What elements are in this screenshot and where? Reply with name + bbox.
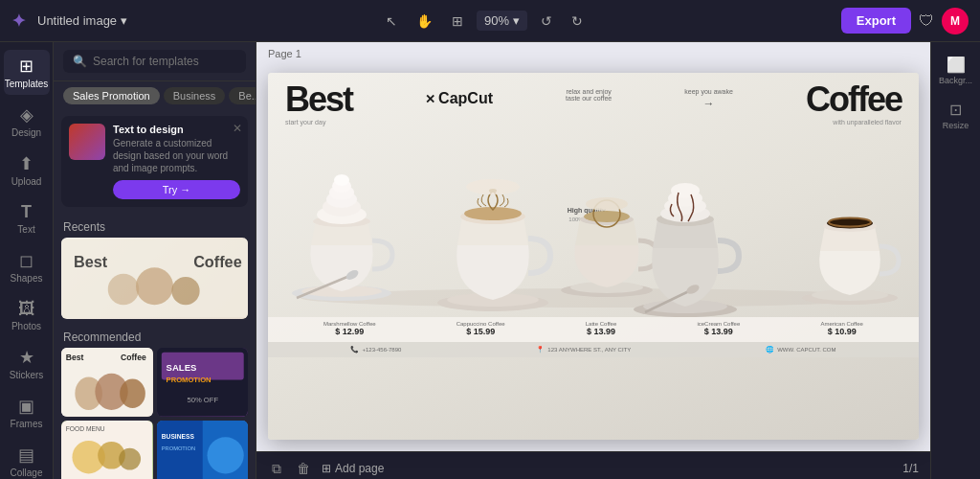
template-item-1[interactable]: Best Coffee <box>61 348 153 417</box>
page-label: Page 1 <box>256 42 313 65</box>
icon-sidebar: ⊞ Templates ◈ Design ⬆ Upload T Text ◻ S… <box>0 42 54 479</box>
sidebar-item-collage[interactable]: ▤ Collage <box>4 439 50 479</box>
filter-tab-business[interactable]: Business <box>164 87 226 104</box>
svg-text:FOOD MENU: FOOD MENU <box>66 425 105 432</box>
recents-row: Best Coffee <box>61 238 248 319</box>
search-input[interactable] <box>93 55 236 68</box>
sidebar-item-shapes[interactable]: ◻ Shapes <box>4 244 50 289</box>
cursor-tool-button[interactable]: ↖ <box>380 10 403 33</box>
text-icon: T <box>21 202 32 222</box>
start-day-text: start your day <box>285 119 352 125</box>
taste-text: taste our coffee <box>566 95 612 102</box>
sidebar-item-photos[interactable]: 🖼 Photos <box>4 293 50 337</box>
redo-button[interactable]: ↻ <box>566 10 589 33</box>
templates-icon: ⊞ <box>19 56 33 77</box>
right-panel: ⬜ Backgr... ⊡ Resize <box>930 42 980 479</box>
best-heading: Best <box>285 82 352 117</box>
main-layout: ⊞ Templates ◈ Design ⬆ Upload T Text ◻ S… <box>0 42 980 479</box>
canvas-frame[interactable]: Best start your day ✕ CapCut relax and e… <box>268 73 919 440</box>
svg-point-4 <box>136 267 173 305</box>
template-item-3[interactable]: FOOD MENU <box>61 421 153 479</box>
capcut-logo-text: CapCut <box>438 90 493 107</box>
recents-label: Recents <box>61 213 248 238</box>
toolbar-left: ✦ Untitled image ▾ <box>11 11 127 32</box>
resize-icon: ⊡ <box>949 101 962 119</box>
templates-scroll: Recents Best Coffee Recommended <box>54 213 256 479</box>
svg-point-3 <box>108 274 140 306</box>
sidebar-item-design[interactable]: ◈ Design <box>4 99 50 144</box>
keep-awake-text: keep you awake <box>684 88 733 95</box>
product-1: Marshmellow Coffee $ 12.99 <box>323 321 376 336</box>
recommended-label: Recommended <box>61 323 248 348</box>
filter-tabs: Sales Promotion Business Be... <box>54 81 256 110</box>
svg-text:50% OFF: 50% OFF <box>187 397 218 405</box>
svg-point-11 <box>120 379 145 409</box>
svg-point-83 <box>466 179 520 194</box>
shield-icon: 🛡 <box>919 12 934 30</box>
canvas-area: Page 1 Best start your day ✕ CapCut <box>256 42 930 479</box>
ai-card: Text to design Generate a customized des… <box>61 116 248 207</box>
product-3: Latte Coffee $ 13.99 <box>586 321 617 336</box>
search-box[interactable]: 🔍 <box>63 50 246 73</box>
footer-website: 🌐 WWW. CAPCUT. COM <box>766 346 835 354</box>
ai-card-text: Text to design Generate a customized des… <box>113 124 240 199</box>
delete-page-button[interactable]: 🗑 <box>293 459 314 478</box>
ai-card-description: Generate a customized design based on yo… <box>113 137 240 174</box>
undo-button[interactable]: ↺ <box>535 10 558 33</box>
upload-icon: ⬆ <box>19 153 33 174</box>
ai-thumb <box>69 124 105 160</box>
sidebar-item-text[interactable]: T Text <box>4 196 50 240</box>
hand-tool-button[interactable]: ✋ <box>411 10 438 33</box>
template-item-2[interactable]: SALES PROMOTION 50% OFF <box>157 348 249 417</box>
footer-address: 📍 123 ANYWHERE ST., ANY CITY <box>536 346 631 354</box>
svg-text:Best: Best <box>74 253 108 270</box>
toolbar-center: ↖ ✋ ⊞ 90% ▾ ↺ ↻ <box>135 10 834 33</box>
svg-text:Best: Best <box>66 354 84 363</box>
svg-point-5 <box>171 277 199 305</box>
svg-point-24 <box>207 437 243 473</box>
svg-text:Coffee: Coffee <box>193 253 242 270</box>
add-page-icon: ⊞ <box>322 462 331 475</box>
svg-point-75 <box>334 174 349 186</box>
chevron-down-icon: ▾ <box>121 13 127 28</box>
product-5: American Coffee $ 10.99 <box>820 321 863 336</box>
resize-panel-item[interactable]: ⊡ Resize <box>935 95 977 136</box>
bottom-bar: ⧉ 🗑 ⊞ Add page 1/1 <box>256 451 930 480</box>
relax-text: relax and enjoy <box>566 88 611 95</box>
ai-card-close-button[interactable]: ✕ <box>233 122 242 135</box>
search-area: 🔍 <box>54 42 256 81</box>
canvas-wrapper: Best start your day ✕ CapCut relax and e… <box>256 42 930 451</box>
bottom-left-controls: ⧉ 🗑 ⊞ Add page <box>268 459 384 479</box>
app-logo: ✦ <box>11 11 26 32</box>
svg-point-87 <box>584 211 630 222</box>
sidebar-item-upload[interactable]: ⬆ Upload <box>4 148 50 193</box>
duplicate-page-button[interactable]: ⧉ <box>268 459 285 479</box>
add-page-button[interactable]: ⊞ Add page <box>322 462 384 475</box>
unparalleled-text: with unparalleled flavor <box>833 119 902 125</box>
zoom-control[interactable]: 90% ▾ <box>477 11 527 31</box>
grid-tool-button[interactable]: ⊞ <box>446 10 469 33</box>
svg-text:SALES: SALES <box>166 362 196 373</box>
svg-point-89 <box>586 197 628 211</box>
chevron-down-icon: ▾ <box>513 13 520 28</box>
sidebar-item-templates[interactable]: ⊞ Templates <box>4 50 50 95</box>
doc-title[interactable]: Untitled image ▾ <box>37 13 127 28</box>
filter-tab-more[interactable]: Be... <box>229 87 256 104</box>
background-icon: ⬜ <box>947 56 966 74</box>
sidebar-item-frames[interactable]: ▣ Frames <box>4 390 50 435</box>
top-toolbar: ✦ Untitled image ▾ ↖ ✋ ⊞ 90% ▾ ↺ ↻ Expor… <box>0 0 980 42</box>
filter-tab-sales[interactable]: Sales Promotion <box>63 87 160 104</box>
background-panel-item[interactable]: ⬜ Backgr... <box>935 50 977 91</box>
template-item-4[interactable]: BUSINESS PROMOTION <box>157 421 249 479</box>
svg-text:Coffee: Coffee <box>121 354 146 363</box>
template-grid: Best Coffee SALES PROMOTION 50% OFF <box>61 348 248 479</box>
recent-template-1[interactable]: Best Coffee <box>61 238 248 319</box>
product-2: Cappuccino Coffee $ 15.99 <box>457 321 505 336</box>
photos-icon: 🖼 <box>18 299 35 319</box>
sidebar-item-stickers[interactable]: ★ Stickers <box>4 341 50 386</box>
frames-icon: ▣ <box>18 396 34 417</box>
export-button[interactable]: Export <box>841 8 911 34</box>
svg-text:BUSINESS: BUSINESS <box>161 433 194 440</box>
ai-try-button[interactable]: Try → <box>113 180 240 199</box>
avatar: M <box>942 8 969 34</box>
